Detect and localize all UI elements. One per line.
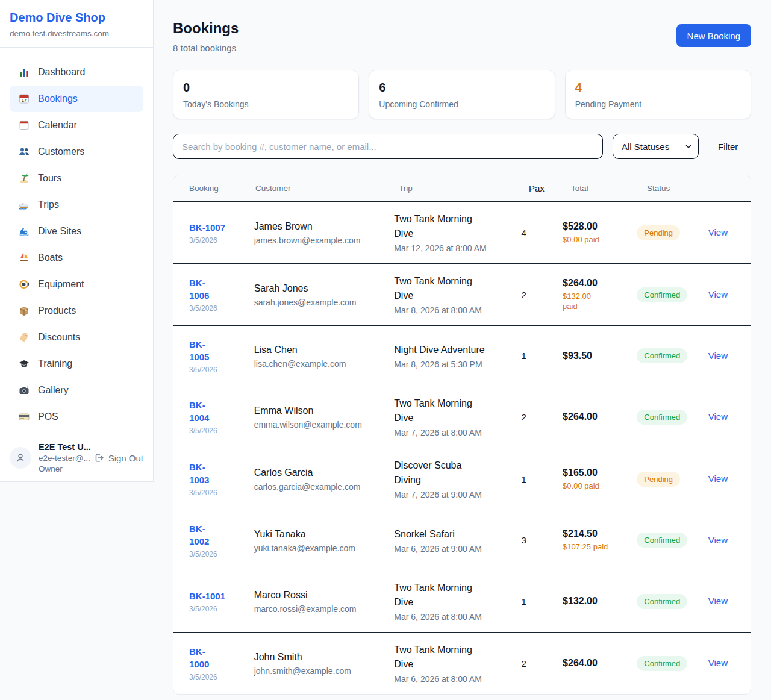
stat-value: 0 bbox=[183, 80, 349, 95]
view-link[interactable]: View bbox=[708, 535, 728, 545]
sidebar-item-discounts[interactable]: Discounts bbox=[10, 324, 143, 351]
tours-icon bbox=[18, 172, 30, 184]
view-link[interactable]: View bbox=[708, 227, 728, 237]
booking-id-link[interactable]: BK-1001 bbox=[189, 590, 225, 602]
booking-id-link[interactable]: BK-1005 bbox=[189, 338, 213, 363]
sidebar-item-products[interactable]: Products bbox=[10, 298, 143, 324]
shop-logo-block: Demo Dive Shop demo.test.divestreams.com bbox=[0, 0, 153, 47]
sidebar-item-gallery[interactable]: Gallery bbox=[10, 377, 143, 404]
customer-name: Lisa Chen bbox=[254, 343, 389, 357]
sidebar-item-calendar[interactable]: Calendar bbox=[10, 112, 143, 139]
status-select[interactable]: All Statuses bbox=[613, 134, 699, 159]
user-name: E2E Test U... bbox=[39, 442, 91, 452]
customer-email: lisa.chen@example.com bbox=[254, 359, 389, 369]
trip-datetime: Mar 7, 2026 at 8:00 AM bbox=[394, 428, 515, 437]
view-link[interactable]: View bbox=[708, 596, 728, 606]
customer-email: sarah.jones@example.com bbox=[254, 298, 389, 307]
sidebar-nav: Dashboard 17 Bookings Calendar Customers… bbox=[0, 48, 153, 434]
customer-email: marco.rossi@example.com bbox=[254, 604, 389, 614]
bookings-icon: 17 bbox=[18, 93, 30, 105]
gallery-icon bbox=[18, 384, 30, 396]
booking-id-link[interactable]: BK-1000 bbox=[189, 645, 213, 670]
booking-id-link[interactable]: BK-1002 bbox=[189, 522, 213, 548]
booking-date: 3/5/2026 bbox=[189, 236, 248, 245]
sidebar-item-label: Customers bbox=[38, 146, 84, 157]
status-badge: Pending bbox=[637, 225, 680, 240]
pax-count: 1 bbox=[521, 596, 563, 607]
sidebar-item-trips[interactable]: Trips bbox=[10, 192, 143, 218]
user-info: E2E Test U... e2e-tester@... Owner bbox=[39, 442, 91, 473]
sidebar-item-tours[interactable]: Tours bbox=[10, 165, 143, 192]
search-input[interactable] bbox=[173, 134, 603, 159]
booking-date: 3/5/2026 bbox=[189, 605, 248, 613]
trip-name: Night Dive Adventure bbox=[394, 343, 489, 357]
page-title: Bookings bbox=[173, 20, 239, 37]
column-header-booking: Booking bbox=[189, 184, 255, 193]
sidebar-item-dashboard[interactable]: Dashboard bbox=[10, 59, 143, 86]
total-amount: $214.50 bbox=[563, 528, 631, 539]
total-amount: $132.00 bbox=[563, 596, 631, 607]
new-booking-button[interactable]: New Booking bbox=[676, 24, 751, 47]
sidebar-item-label: Dive Sites bbox=[38, 226, 81, 237]
booking-date: 3/5/2026 bbox=[189, 489, 248, 497]
paid-amount: $0.00 paid bbox=[563, 481, 631, 491]
customer-name: John Smith bbox=[254, 651, 389, 664]
view-link[interactable]: View bbox=[708, 658, 728, 668]
sidebar-item-label: Products bbox=[38, 305, 76, 316]
stat-label: Today's Bookings bbox=[183, 99, 349, 109]
sidebar-item-equipment[interactable]: Equipment bbox=[10, 271, 143, 298]
status-badge: Confirmed bbox=[637, 594, 687, 609]
pax-count: 2 bbox=[521, 658, 563, 669]
sidebar: Demo Dive Shop demo.test.divestreams.com… bbox=[0, 0, 154, 482]
customer-email: james.brown@example.com bbox=[254, 236, 389, 245]
sidebar-item-training[interactable]: Training bbox=[10, 351, 143, 377]
sidebar-item-dive-sites[interactable]: Dive Sites bbox=[10, 218, 143, 245]
sidebar-item-customers[interactable]: Customers bbox=[10, 139, 143, 165]
table-row: BK-1001 3/5/2026 Marco Rossi marco.rossi… bbox=[173, 570, 751, 632]
column-header-status: Status bbox=[647, 184, 720, 193]
view-link[interactable]: View bbox=[708, 351, 728, 361]
table-row: BK-1002 3/5/2026 Yuki Tanaka yuki.tanaka… bbox=[173, 510, 751, 570]
booking-id-link[interactable]: BK-1003 bbox=[189, 461, 213, 486]
svg-text:17: 17 bbox=[22, 98, 27, 102]
stat-label: Pending Payment bbox=[575, 99, 741, 109]
sidebar-item-pos[interactable]: POS bbox=[10, 404, 143, 430]
table-row: BK-1007 3/5/2026 James Brown james.brown… bbox=[173, 201, 751, 263]
view-link[interactable]: View bbox=[708, 473, 728, 484]
filter-button[interactable]: Filter bbox=[718, 142, 738, 152]
status-badge: Confirmed bbox=[637, 287, 687, 302]
sidebar-item-label: Bookings bbox=[38, 93, 78, 104]
column-header-pax: Pax bbox=[529, 183, 571, 193]
column-header-total: Total bbox=[571, 184, 647, 193]
boats-icon bbox=[18, 252, 30, 264]
sidebar-item-label: Gallery bbox=[38, 385, 69, 396]
paid-amount: $132.00 paid bbox=[563, 291, 598, 311]
total-amount: $264.00 bbox=[563, 411, 631, 422]
stat-card-upcoming-confirmed: 6 Upcoming Confirmed bbox=[369, 70, 555, 119]
sidebar-item-label: Discounts bbox=[38, 332, 80, 343]
sign-out-button[interactable]: Sign Out bbox=[93, 452, 143, 463]
trip-name: Two Tank Morning Dive bbox=[394, 274, 489, 303]
sidebar-item-boats[interactable]: Boats bbox=[10, 245, 143, 271]
discounts-icon bbox=[18, 331, 30, 343]
shop-name[interactable]: Demo Dive Shop bbox=[10, 11, 143, 25]
trip-datetime: Mar 6, 2026 at 8:00 AM bbox=[394, 612, 515, 622]
trip-datetime: Mar 6, 2026 at 9:00 AM bbox=[394, 544, 515, 554]
customer-email: yuki.tanaka@example.com bbox=[254, 543, 389, 553]
calendar-icon bbox=[18, 119, 30, 131]
filter-row: All Statuses Filter bbox=[173, 134, 751, 159]
table-row: BK-1006 3/5/2026 Sarah Jones sarah.jones… bbox=[173, 263, 751, 325]
booking-id-link[interactable]: BK-1006 bbox=[189, 277, 213, 302]
view-link[interactable]: View bbox=[708, 289, 728, 299]
total-amount: $528.00 bbox=[563, 221, 631, 232]
stats-row: 0 Today's Bookings 6 Upcoming Confirmed … bbox=[173, 70, 751, 119]
trip-datetime: Mar 8, 2026 at 8:00 AM bbox=[394, 305, 515, 315]
booking-id-link[interactable]: BK-1004 bbox=[189, 399, 213, 424]
trip-name: Two Tank Morning Dive bbox=[394, 212, 489, 241]
view-link[interactable]: View bbox=[708, 411, 728, 422]
table-row: BK-1004 3/5/2026 Emma Wilson emma.wilson… bbox=[173, 386, 751, 448]
customer-name: Carlos Garcia bbox=[254, 466, 389, 480]
sidebar-item-bookings[interactable]: 17 Bookings bbox=[10, 86, 143, 112]
booking-id-link[interactable]: BK-1007 bbox=[189, 221, 225, 234]
user-email: e2e-tester@... bbox=[39, 454, 91, 463]
